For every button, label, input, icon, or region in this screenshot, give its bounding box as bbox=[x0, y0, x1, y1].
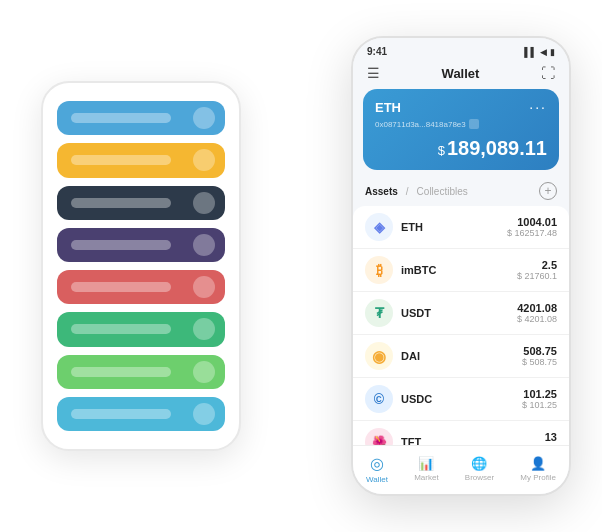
eth-currency-symbol: $ bbox=[438, 143, 445, 158]
asset-item-imbtc[interactable]: ₿ imBTC 2.5 $ 21760.1 bbox=[353, 249, 569, 292]
asset-name-usdt: USDT bbox=[401, 307, 517, 319]
eth-card-header: ETH ··· bbox=[375, 99, 547, 115]
imbtc-amount-primary: 2.5 bbox=[517, 259, 557, 271]
card-text-5 bbox=[71, 282, 171, 292]
market-nav-icon: 📊 bbox=[418, 456, 434, 471]
card-icon-3 bbox=[193, 192, 215, 214]
eth-icon: ◈ bbox=[365, 213, 393, 241]
page-title: Wallet bbox=[442, 66, 480, 81]
asset-name-usdc: USDC bbox=[401, 393, 522, 405]
eth-card-menu-icon[interactable]: ··· bbox=[529, 99, 547, 115]
nav-wallet[interactable]: ◎ Wallet bbox=[366, 454, 388, 484]
asset-item-usdc[interactable]: © USDC 101.25 $ 101.25 bbox=[353, 378, 569, 421]
usdc-amount-usd: $ 101.25 bbox=[522, 400, 557, 410]
card-text-2 bbox=[71, 155, 171, 165]
card-1[interactable] bbox=[57, 101, 225, 135]
back-phone bbox=[41, 81, 241, 451]
asset-item-usdt[interactable]: ₮ USDT 4201.08 $ 4201.08 bbox=[353, 292, 569, 335]
tab-separator: / bbox=[406, 186, 409, 197]
wallet-nav-icon: ◎ bbox=[370, 454, 384, 473]
battery-icon: ▮ bbox=[550, 47, 555, 57]
dai-icon: ◉ bbox=[365, 342, 393, 370]
eth-card-title: ETH bbox=[375, 100, 401, 115]
copy-address-icon[interactable] bbox=[469, 119, 479, 129]
usdc-icon: © bbox=[365, 385, 393, 413]
card-text-7 bbox=[71, 367, 171, 377]
card-icon-8 bbox=[193, 403, 215, 425]
card-text-4 bbox=[71, 240, 171, 250]
asset-name-eth: ETH bbox=[401, 221, 507, 233]
asset-amounts-usdc: 101.25 $ 101.25 bbox=[522, 388, 557, 410]
asset-amounts-dai: 508.75 $ 508.75 bbox=[522, 345, 557, 367]
asset-amounts-usdt: 4201.08 $ 4201.08 bbox=[517, 302, 557, 324]
card-icon-1 bbox=[193, 107, 215, 129]
card-6[interactable] bbox=[57, 312, 225, 346]
bottom-nav: ◎ Wallet 📊 Market 🌐 Browser 👤 My Profile bbox=[353, 445, 569, 494]
card-icon-2 bbox=[193, 149, 215, 171]
asset-name-dai: DAI bbox=[401, 350, 522, 362]
asset-amounts-imbtc: 2.5 $ 21760.1 bbox=[517, 259, 557, 281]
usdc-amount-primary: 101.25 bbox=[522, 388, 557, 400]
nav-profile[interactable]: 👤 My Profile bbox=[520, 456, 556, 482]
dai-amount-primary: 508.75 bbox=[522, 345, 557, 357]
expand-icon[interactable]: ⛶ bbox=[541, 65, 555, 81]
tft-icon: 🌺 bbox=[365, 428, 393, 445]
assets-header: Assets / Collectibles + bbox=[353, 178, 569, 206]
asset-item-eth[interactable]: ◈ ETH 1004.01 $ 162517.48 bbox=[353, 206, 569, 249]
card-7[interactable] bbox=[57, 355, 225, 389]
eth-card[interactable]: ETH ··· 0x08711d3a...8418a78e3 $189,089.… bbox=[363, 89, 559, 170]
asset-list: ◈ ETH 1004.01 $ 162517.48 ₿ imBTC 2.5 $ … bbox=[353, 206, 569, 445]
imbtc-icon: ₿ bbox=[365, 256, 393, 284]
profile-nav-icon: 👤 bbox=[530, 456, 546, 471]
asset-amounts-eth: 1004.01 $ 162517.48 bbox=[507, 216, 557, 238]
asset-name-tft: TFT bbox=[401, 436, 545, 445]
asset-name-imbtc: imBTC bbox=[401, 264, 517, 276]
menu-icon[interactable]: ☰ bbox=[367, 65, 380, 81]
wallet-nav-label: Wallet bbox=[366, 475, 388, 484]
card-5[interactable] bbox=[57, 270, 225, 304]
tft-amount-primary: 13 bbox=[545, 431, 557, 443]
signal-icon: ▌▌ bbox=[524, 47, 537, 57]
asset-amounts-tft: 13 0 bbox=[545, 431, 557, 445]
assets-tabs: Assets / Collectibles bbox=[365, 186, 468, 197]
profile-nav-label: My Profile bbox=[520, 473, 556, 482]
card-8[interactable] bbox=[57, 397, 225, 431]
asset-item-tft[interactable]: 🌺 TFT 13 0 bbox=[353, 421, 569, 445]
tab-collectibles[interactable]: Collectibles bbox=[417, 186, 468, 197]
card-icon-4 bbox=[193, 234, 215, 256]
card-icon-5 bbox=[193, 276, 215, 298]
card-2[interactable] bbox=[57, 143, 225, 177]
front-phone: 9:41 ▌▌ ◀ ▮ ☰ Wallet ⛶ ETH ··· 0x08711d3… bbox=[351, 36, 571, 496]
eth-amount-primary: 1004.01 bbox=[507, 216, 557, 228]
asset-item-dai[interactable]: ◉ DAI 508.75 $ 508.75 bbox=[353, 335, 569, 378]
scene: 9:41 ▌▌ ◀ ▮ ☰ Wallet ⛶ ETH ··· 0x08711d3… bbox=[21, 16, 581, 516]
card-icon-7 bbox=[193, 361, 215, 383]
dai-amount-usd: $ 508.75 bbox=[522, 357, 557, 367]
card-3[interactable] bbox=[57, 186, 225, 220]
nav-browser[interactable]: 🌐 Browser bbox=[465, 456, 494, 482]
card-4[interactable] bbox=[57, 228, 225, 262]
card-icon-6 bbox=[193, 318, 215, 340]
eth-address-text: 0x08711d3a...8418a78e3 bbox=[375, 120, 466, 129]
card-text-3 bbox=[71, 198, 171, 208]
eth-address: 0x08711d3a...8418a78e3 bbox=[375, 119, 547, 129]
eth-amount-value: 189,089.11 bbox=[447, 137, 547, 159]
card-text-1 bbox=[71, 113, 171, 123]
usdt-amount-primary: 4201.08 bbox=[517, 302, 557, 314]
imbtc-amount-usd: $ 21760.1 bbox=[517, 271, 557, 281]
browser-nav-label: Browser bbox=[465, 473, 494, 482]
usdt-icon: ₮ bbox=[365, 299, 393, 327]
card-text-8 bbox=[71, 409, 171, 419]
browser-nav-icon: 🌐 bbox=[471, 456, 487, 471]
eth-balance: $189,089.11 bbox=[375, 137, 547, 160]
eth-amount-usd: $ 162517.48 bbox=[507, 228, 557, 238]
card-text-6 bbox=[71, 324, 171, 334]
phone-header: ☰ Wallet ⛶ bbox=[353, 61, 569, 89]
market-nav-label: Market bbox=[414, 473, 438, 482]
status-bar: 9:41 ▌▌ ◀ ▮ bbox=[353, 38, 569, 61]
add-asset-button[interactable]: + bbox=[539, 182, 557, 200]
wifi-icon: ◀ bbox=[540, 47, 547, 57]
status-icons: ▌▌ ◀ ▮ bbox=[524, 47, 555, 57]
tab-assets[interactable]: Assets bbox=[365, 186, 398, 197]
nav-market[interactable]: 📊 Market bbox=[414, 456, 438, 482]
